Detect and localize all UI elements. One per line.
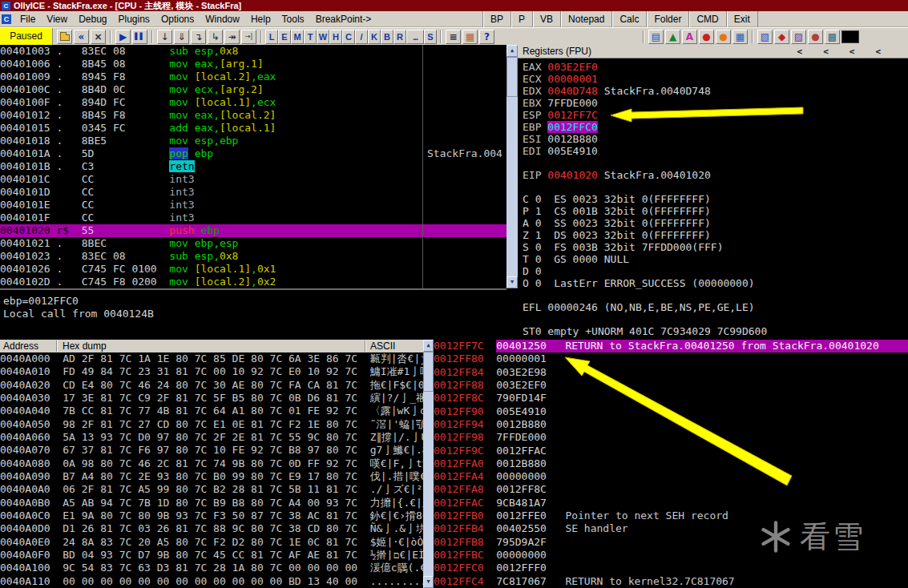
disasm-row[interactable]: 0040101B . C3 retn — [0, 160, 506, 173]
threads-window-button[interactable]: T — [304, 30, 317, 44]
step-into-button[interactable]: ↓ — [157, 30, 172, 44]
stack-row[interactable]: 0012FFB4 00402550 SE handler — [434, 522, 908, 535]
stack-row[interactable]: 0012FF84 003E2E98 — [434, 366, 908, 379]
menu-item-view[interactable]: View — [41, 12, 73, 26]
stack-row[interactable]: 0012FFB0 0012FFE0 Pointer to next SEH re… — [434, 509, 908, 522]
disasm-row[interactable]: 00401018 . 8BE5 mov esp,ebp — [0, 135, 506, 147]
register-row[interactable]: EDI 005E4910 — [523, 145, 908, 157]
mdi-child-icon[interactable]: C — [2, 14, 11, 24]
register-row[interactable]: EBP 0012FFC0 — [523, 121, 908, 133]
stack-row[interactable]: 0012FFB8 795D9A2F — [434, 536, 908, 549]
menu-item-plugins[interactable]: Plugins — [113, 12, 155, 26]
stack-row[interactable]: 0012FF8C 790FD14F — [434, 392, 908, 405]
stack-row[interactable]: 0012FFA4 00000000 — [434, 470, 908, 483]
disassembly-scrollbar-thumb[interactable] — [506, 57, 518, 97]
disasm-row[interactable]: 00401009 . 8945 F8 mov [local.2],eax — [0, 70, 506, 83]
dump-row[interactable]: 0040A0C0 E1 9A 80 7C 80 9B 93 7C F3 50 8… — [0, 509, 423, 522]
plugin-icon-1[interactable]: ▤ — [648, 30, 664, 44]
disasm-row[interactable]: 00401021 . 8BEC mov ebp,esp — [0, 237, 506, 250]
memory-window-button[interactable]: M — [291, 30, 304, 44]
dump-row[interactable]: 0040A020 CD E4 80 7C 46 24 80 7C 30 AE 8… — [0, 379, 423, 392]
dump-row[interactable]: 0040A060 5A 13 93 7C D0 97 80 7C 2F 2E 8… — [0, 431, 423, 444]
menubar-button-vb[interactable]: VB — [532, 11, 560, 27]
register-row[interactable]: EFL 00000246 (NO,NB,E,BE,NS,PE,GE,LE) — [523, 301, 908, 313]
plugin-icon-3[interactable]: A — [682, 30, 697, 44]
menubar-button-notepad[interactable]: Notepad — [560, 11, 611, 27]
handles-window-button[interactable]: H — [329, 30, 342, 44]
goto-address-button[interactable]: →| — [241, 30, 256, 44]
stack-row[interactable]: 0012FFAC 9CB481A7 — [434, 497, 908, 509]
patches-window-button[interactable]: / — [355, 30, 368, 44]
plugin-icon-9[interactable]: ▨ — [791, 30, 806, 44]
disasm-row[interactable]: 0040102D . C745 F8 0200 mov [local.2],0x… — [0, 276, 506, 288]
animate-into-button[interactable]: ↴ — [191, 30, 206, 44]
stack-row[interactable]: 0012FF88 003E2EF0 — [434, 379, 908, 392]
register-row[interactable]: EIP 00401020 StackFra.00401020 — [523, 169, 908, 181]
dump-row[interactable]: 0040A030 17 3E 81 7C C9 2F 81 7C 5F B5 8… — [0, 392, 423, 405]
menu-item-help[interactable]: Help — [245, 12, 276, 26]
disasm-row[interactable]: 00401003 . 83EC 08 sub esp,0x8 — [0, 45, 506, 58]
windows-window-button[interactable]: W — [317, 30, 329, 44]
menubar-button-cmd[interactable]: CMD — [688, 11, 725, 27]
dump-row[interactable]: 0040A0B0 A5 AB 94 7C 7B 1D 80 7C B9 B8 8… — [0, 497, 423, 509]
register-row[interactable]: EDX 0040D748 StackFra.0040D748 — [523, 85, 908, 97]
run-button[interactable]: ▶ — [115, 30, 131, 44]
disasm-row[interactable]: 00401026 . C745 FC 0100 mov [local.1],0x… — [0, 263, 506, 276]
execute-till-return-button[interactable]: ↠ — [224, 30, 240, 44]
scroll-down-icon[interactable]: ▼ — [506, 276, 518, 288]
menubar-button-calc[interactable]: Calc — [611, 11, 646, 27]
executables-window-button[interactable]: E — [278, 30, 291, 44]
register-row[interactable]: ESP 0012FF7C — [523, 109, 908, 121]
menubar-button-bp[interactable]: BP — [482, 11, 510, 27]
stack-row[interactable]: 0012FFA8 0012FF8C — [434, 483, 908, 496]
register-row[interactable]: C 0 ES 0023 32bit 0(FFFFFFFF) — [523, 193, 908, 205]
stack-row[interactable]: 0012FF94 0012B880 — [434, 418, 908, 431]
disasm-row[interactable]: 00401012 . 8B45 F8 mov eax,[local.2] — [0, 109, 506, 122]
stack-row[interactable]: 0012FFBC 00000000 — [434, 549, 908, 562]
register-row[interactable]: EBX 7FFDE000 — [523, 97, 908, 109]
plugin-icon-11[interactable]: ▩ — [825, 30, 840, 44]
plugin-icon-2[interactable]: ▲ — [665, 30, 680, 44]
register-row[interactable]: S 0 FS 003B 32bit 7FFDD000(FFF) — [523, 241, 908, 253]
stack-row[interactable]: 0012FF90 005E4910 — [434, 405, 908, 418]
dump-row[interactable]: 0040A070 67 37 81 7C F6 97 80 7C 10 FE 9… — [0, 444, 423, 457]
dump-row[interactable]: 0040A000 AD 2F 81 7C 1A 1E 80 7C 85 DE 8… — [0, 352, 423, 365]
disasm-row[interactable]: 00401015 . 0345 FC add eax,[local.1] — [0, 122, 506, 135]
disasm-row[interactable]: 00401023 . 83EC 08 sub esp,0x8 — [0, 250, 506, 263]
restart-button[interactable]: « — [74, 30, 89, 44]
dump-row[interactable]: 0040A040 7B CC 81 7C 77 4B 81 7C 64 A1 8… — [0, 405, 423, 417]
register-row[interactable]: ST0 empty +UNORM 401C 7C934029 7C99D600 — [523, 325, 908, 337]
stack-row[interactable]: 0012FF98 7FFDE000 — [434, 431, 908, 444]
black-box[interactable] — [841, 30, 859, 43]
plugin-icon-6[interactable]: ▦ — [732, 30, 748, 44]
windows-list-button[interactable]: ≡ — [446, 30, 461, 44]
step-over-button[interactable]: ⇓ — [174, 30, 189, 44]
disasm-row[interactable]: 0040101A . 5D pop ebpStackFra.004 — [0, 147, 506, 160]
menu-item-window[interactable]: Window — [200, 12, 245, 26]
disasm-row[interactable]: 0040101E CC int3 — [0, 199, 506, 211]
help-button[interactable]: ? — [479, 30, 494, 44]
source-window-button[interactable]: S — [424, 30, 437, 44]
register-row[interactable]: P 1 CS 001B 32bit 0(FFFFFFFF) — [523, 205, 908, 217]
plugin-icon-10[interactable]: ● — [808, 30, 823, 44]
stack-row[interactable]: 0012FF80 00000001 — [434, 352, 908, 365]
menu-item-tools[interactable]: Tools — [276, 12, 310, 26]
dump-row[interactable]: 0040A0D0 D1 26 81 7C 03 26 81 7C 88 9C 8… — [0, 522, 423, 535]
stack-row[interactable]: 0012FFA0 0012B880 — [434, 457, 908, 470]
dump-scrollbar-thumb[interactable] — [423, 352, 434, 392]
open-file-button[interactable] — [57, 30, 72, 44]
dump-row[interactable]: 0040A090 B7 A4 80 7C 2E 93 80 7C B0 99 8… — [0, 470, 423, 483]
menubar-button-p[interactable]: P — [510, 11, 532, 27]
disassembly-scrollbar[interactable]: ▲ ▼ — [506, 45, 518, 288]
close-program-button[interactable]: × — [91, 30, 106, 44]
disasm-row[interactable]: 0040101F CC int3 — [0, 211, 506, 224]
plugin-icon-5[interactable]: ● — [716, 30, 731, 44]
scroll-up-icon[interactable]: ▲ — [423, 340, 434, 352]
dump-row[interactable]: 0040A110 00 00 00 00 00 00 00 00 00 00 0… — [0, 575, 423, 588]
log-window-button[interactable]: L — [265, 30, 278, 44]
references-window-button[interactable]: R — [393, 30, 406, 44]
disasm-row[interactable]: 0040101C CC int3 — [0, 173, 506, 186]
disasm-row[interactable]: 0040101D CC int3 — [0, 186, 506, 199]
scroll-up-icon[interactable]: ▲ — [506, 45, 518, 57]
register-row[interactable]: ESI 0012B880 — [523, 133, 908, 145]
